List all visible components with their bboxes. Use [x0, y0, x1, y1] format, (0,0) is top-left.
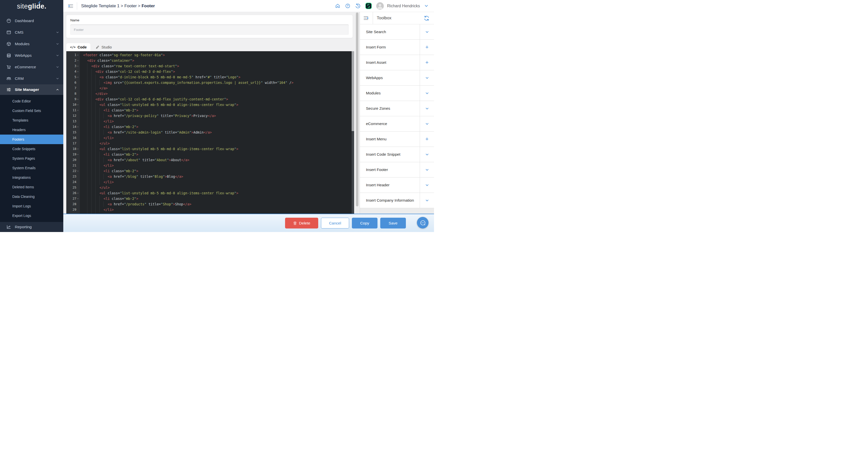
fold-toggle-icon[interactable] [76, 197, 79, 200]
code-line[interactable]: 28 <a href="/products" title="Shop">Shop… [66, 202, 352, 207]
tab-code[interactable]: </> Code [66, 43, 90, 51]
code-line[interactable]: 14 <li class="mb-2"> [66, 124, 352, 129]
sidebar-subitem-data-cleaning[interactable]: Data Cleaning [0, 192, 63, 202]
fold-toggle-icon[interactable] [76, 170, 79, 173]
fold-toggle-icon[interactable] [76, 153, 79, 156]
code-line[interactable]: 29 </li> [66, 207, 352, 212]
history-icon[interactable] [355, 3, 361, 9]
plus-icon[interactable]: + [420, 40, 434, 55]
sidebar-item-dashboard[interactable]: Dashboard [0, 15, 63, 27]
chevron-down-icon[interactable] [420, 178, 434, 193]
code-line[interactable]: 8 </div> [66, 91, 352, 96]
sidebar-item-ecommerce[interactable]: eCommerce [0, 61, 63, 73]
sidebar-subitem-integrations[interactable]: Integrations [0, 173, 63, 182]
fold-toggle-icon[interactable] [76, 54, 79, 57]
code-editor[interactable]: 1<footer class="sg-footer sg-footer-01a"… [66, 51, 354, 214]
fold-toggle-icon[interactable] [76, 59, 79, 62]
sidebar-subitem-export-logs[interactable]: Export Logs [0, 211, 63, 220]
plus-icon[interactable]: + [420, 131, 434, 147]
code-line[interactable]: 18 <ul class="list-unstyled mb-5 mb-md-0… [66, 146, 352, 152]
copy-button[interactable]: Copy [352, 218, 377, 228]
name-input[interactable]: Footer [70, 24, 349, 35]
code-line[interactable]: 23 <a href="/blog" title="Blog">Blog</a> [66, 174, 352, 179]
code-line[interactable]: 9 <div class="col-12 col-md-6 d-md-flex … [66, 96, 352, 102]
help-icon[interactable]: ? [345, 3, 351, 9]
user-name[interactable]: Richard Hendricks [387, 4, 420, 8]
chevron-down-icon[interactable] [420, 147, 434, 162]
editor-scrollbar[interactable] [352, 51, 354, 214]
fold-toggle-icon[interactable] [76, 103, 79, 106]
code-line[interactable]: 19 <li class="mb-2"> [66, 152, 352, 157]
page-scrollbar[interactable] [356, 12, 359, 214]
code-line[interactable]: 4 <div class="col-12 col-md-3 d-md-flex"… [66, 69, 352, 74]
code-line[interactable]: 15 <a href="/site-admin-login" title="Ad… [66, 129, 352, 135]
sidebar-item-webapps[interactable]: WebApps [0, 50, 63, 61]
chat-support-button[interactable] [417, 217, 429, 228]
chevron-down-icon[interactable] [420, 24, 434, 39]
sidebar-item-site-manager[interactable]: Site Manager [0, 84, 63, 95]
code-line[interactable]: 25 </ul> [66, 185, 352, 190]
delete-button[interactable]: Delete [285, 218, 318, 228]
code-line[interactable]: 17 </ul> [66, 141, 352, 146]
code-line[interactable]: 27 <li class="mb-2"> [66, 196, 352, 202]
code-line[interactable]: 26 <ul class="list-unstyled mb-5 mb-md-0… [66, 190, 352, 196]
code-line[interactable]: 16 </li> [66, 135, 352, 141]
fold-toggle-icon[interactable] [76, 148, 79, 150]
siteglide-logo[interactable]: siteglide. [0, 0, 63, 12]
chevron-down-icon[interactable] [420, 101, 434, 116]
code-line[interactable]: 7 </a> [66, 85, 352, 91]
code-line[interactable]: 21 </li> [66, 163, 352, 168]
home-icon[interactable] [335, 3, 341, 9]
sidebar-subitem-import-logs[interactable]: Import Logs [0, 202, 63, 211]
chevron-down-icon[interactable] [420, 86, 434, 101]
plus-icon[interactable]: + [420, 55, 434, 70]
sidebar-subitem-headers[interactable]: Headers [0, 125, 63, 134]
save-button[interactable]: Save [380, 218, 406, 228]
sidebar-subitem-system-pages[interactable]: System Pages [0, 154, 63, 163]
cancel-button[interactable]: Cancel [321, 218, 349, 228]
code-line[interactable]: 22 <li class="mb-2"> [66, 168, 352, 174]
code-line[interactable]: 5 <a class="d-inline-block mb-5 mb-md-0 … [66, 74, 352, 80]
chevron-down-icon[interactable] [420, 162, 434, 177]
chevron-down-icon[interactable] [424, 4, 429, 8]
sidebar-subitem-deleted-items[interactable]: Deleted Items [0, 182, 63, 192]
sidebar-item-reporting[interactable]: Reporting [0, 222, 63, 232]
chevron-down-icon[interactable] [420, 70, 434, 85]
chevron-down-icon[interactable] [420, 116, 434, 131]
sidebar-item-cms[interactable]: CMS [0, 27, 63, 38]
code-line[interactable]: 10 <ul class="list-unstyled mb-5 mb-md-0… [66, 102, 352, 107]
sidebar-subitem-custom-field-sets[interactable]: Custom Field Sets [0, 106, 63, 116]
fold-toggle-icon[interactable] [76, 98, 79, 101]
sidebar-item-crm[interactable]: CRM [0, 73, 63, 84]
fold-toggle-icon[interactable] [76, 70, 79, 73]
sidebar-item-modules[interactable]: Modules [0, 38, 63, 50]
avatar[interactable] [376, 2, 384, 10]
fold-toggle-icon[interactable] [76, 65, 79, 67]
sidebar-subitem-footers[interactable]: Footers [0, 134, 63, 144]
sidebar-subitem-code-snippets[interactable]: Code Snippets [0, 144, 63, 154]
code-line[interactable]: 12 <a href="/privacy-policy" title="Priv… [66, 113, 352, 119]
sidebar-subitem-code-editor[interactable]: Code Editor [0, 96, 63, 106]
refresh-icon[interactable] [424, 15, 430, 21]
page-scrollbar-thumb[interactable] [356, 12, 359, 206]
fold-toggle-icon[interactable] [76, 192, 79, 194]
code-line[interactable]: 24 </li> [66, 179, 352, 185]
code-line[interactable]: 13 </li> [66, 119, 352, 124]
code-line[interactable]: 20 <a href="/about" title="About">About<… [66, 157, 352, 163]
code-line[interactable]: 6 <img src="{{context.exports.company_in… [66, 80, 352, 85]
code-line[interactable]: 11 <li class="mb-2"> [66, 107, 352, 113]
sidebar-subitem-templates[interactable]: Templates [0, 116, 63, 125]
siteglide-app-icon[interactable] [365, 2, 372, 9]
editor-scrollbar-thumb[interactable] [352, 51, 354, 131]
tab-studio[interactable]: Studio [90, 43, 117, 51]
fold-toggle-icon[interactable] [76, 126, 79, 128]
collapse-panel-icon[interactable] [363, 16, 370, 21]
code-line[interactable]: 1<footer class="sg-footer sg-footer-01a"… [66, 52, 352, 58]
fold-toggle-icon[interactable] [76, 109, 79, 112]
fold-toggle-icon[interactable] [76, 76, 79, 79]
chevron-down-icon[interactable] [420, 193, 434, 208]
code-line[interactable]: 2 <div class="container"> [66, 58, 352, 63]
sidebar-subitem-system-emails[interactable]: System Emails [0, 163, 63, 173]
code-line[interactable]: 3 <div class="row text-center text-md-st… [66, 63, 352, 69]
collapse-menu-icon[interactable] [67, 3, 74, 9]
